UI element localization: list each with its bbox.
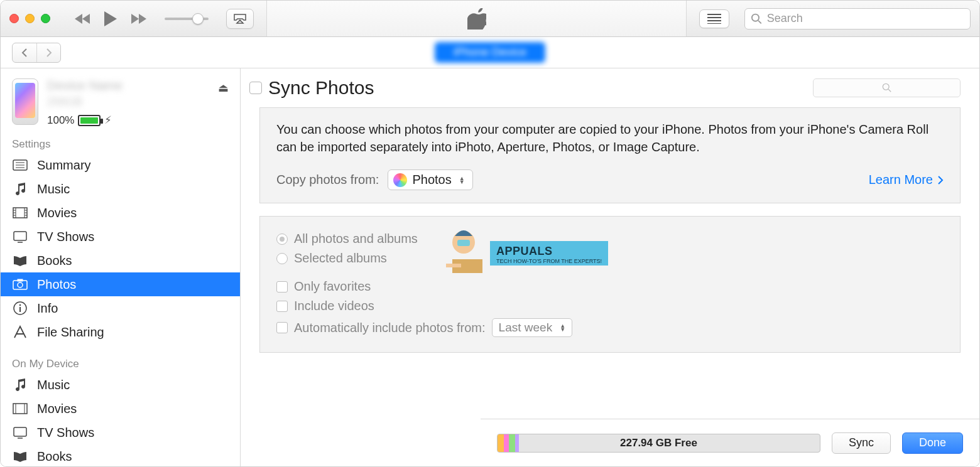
options-panel: All photos and albums Selected albums On… [259,216,961,353]
sidebar-item-movies[interactable]: Movies [1,201,240,225]
sidebar-item-label: Books [37,449,72,464]
copy-from-label: Copy photos from: [276,173,379,187]
info-panel: You can choose which photos from your co… [259,107,961,203]
eject-icon[interactable]: ⏏ [218,81,229,95]
sidebar-item-label: Music [37,378,70,392]
movies-icon [12,401,28,416]
panel-search-field[interactable] [813,78,961,97]
copy-source-select[interactable]: Photos ▲▼ [388,169,472,190]
svg-point-18 [18,282,23,287]
svg-rect-19 [18,279,23,281]
svg-rect-26 [14,427,26,436]
apps-icon [12,325,28,340]
nav-forward-button[interactable] [36,43,60,62]
volume-slider[interactable] [165,18,209,20]
photos-icon [12,277,28,292]
play-icon[interactable] [103,11,118,27]
done-button[interactable]: Done [902,432,963,454]
zoom-window-button[interactable] [41,14,50,23]
sidebar-heading-settings: Settings [1,133,240,153]
list-icon [707,14,721,24]
sidebar-item-summary[interactable]: Summary [1,153,240,177]
svg-line-1 [758,20,761,23]
device-capacity: 256GB [47,95,209,109]
ondevice-item-books[interactable]: Books [1,444,240,466]
learn-more-link[interactable]: Learn More [869,173,944,187]
sync-button[interactable]: Sync [832,432,891,454]
svg-rect-23 [13,404,27,414]
option-label: Only favorites [294,279,371,294]
nav-strip: iPhone Device [1,37,979,68]
copy-source-value: Photos [412,173,451,187]
svg-line-29 [888,89,891,92]
search-icon [882,83,892,93]
search-field[interactable] [744,8,971,30]
option-all-photos[interactable]: All photos and albums [276,229,944,249]
sync-title-row: Sync Photos [244,77,374,99]
option-label: Automatically include photos from: [294,321,486,335]
photos-app-icon [393,173,407,187]
option-include-videos[interactable]: Include videos [276,296,944,316]
option-selected-albums[interactable]: Selected albums [276,249,944,268]
sidebar-item-tvshows[interactable]: TV Shows [1,225,240,249]
battery-row: 100% ⚡︎ [47,114,209,127]
nav-back-button[interactable] [13,43,36,62]
minimize-window-button[interactable] [25,14,35,23]
copy-from-row: Copy photos from: Photos ▲▼ Learn More [276,169,944,190]
sidebar-item-music[interactable]: Music [1,177,240,201]
close-window-button[interactable] [9,14,19,23]
list-view-button[interactable] [699,9,729,28]
sidebar-heading-ondevice: On My Device [1,353,240,373]
option-only-favorites[interactable]: Only favorites [276,277,944,296]
radio-selected[interactable] [276,253,288,264]
checkbox-auto[interactable] [276,322,288,333]
device-name: Device Name [47,78,209,93]
footer-bar: 227.94 GB Free Sync Done [481,419,979,466]
sync-photos-checkbox[interactable] [249,82,262,94]
updown-icon: ▲▼ [459,176,465,184]
updown-icon: ▲▼ [560,324,565,331]
tv-icon [12,229,28,244]
sidebar-item-label: Music [37,182,70,196]
movies-icon [12,205,28,220]
search-input[interactable] [767,12,964,25]
nav-buttons [12,43,61,63]
fast-forward-icon[interactable] [129,13,147,24]
sidebar: Device Name 256GB 100% ⚡︎ ⏏ Settings Sum… [1,68,241,466]
sidebar-item-label: Movies [37,402,77,416]
music-icon [12,181,28,196]
battery-icon [78,115,101,126]
radio-all[interactable] [276,234,288,245]
music-icon [12,377,28,392]
airplay-button[interactable] [226,9,254,29]
sidebar-item-label: File Sharing [37,325,104,340]
learn-more-label: Learn More [869,173,933,187]
charging-icon: ⚡︎ [104,114,112,127]
sidebar-item-label: Summary [37,158,91,173]
auto-range-select[interactable]: Last week ▲▼ [492,318,572,337]
ondevice-item-movies[interactable]: Movies [1,397,240,421]
option-label: Include videos [294,299,374,313]
capacity-segments [498,434,519,452]
sidebar-item-info[interactable]: Info [1,296,240,320]
svg-point-0 [752,14,759,21]
volume-control[interactable] [165,18,209,20]
main-panel: Sync Photos You can choose which photos … [241,68,979,466]
playback-controls [74,11,147,27]
device-thumbnail [12,78,38,125]
checkbox-favorites[interactable] [276,281,288,293]
sidebar-item-photos[interactable]: Photos [1,272,240,296]
option-auto-include[interactable]: Automatically include photos from: Last … [276,316,944,340]
sidebar-item-books[interactable]: Books [1,249,240,272]
device-tab-pill[interactable]: iPhone Device [435,42,545,63]
ondevice-item-tvshows[interactable]: TV Shows [1,421,240,444]
rewind-icon[interactable] [74,13,92,24]
checkbox-videos[interactable] [276,301,288,312]
battery-percent: 100% [47,114,74,127]
traffic-lights [9,14,50,23]
sidebar-item-filesharing[interactable]: File Sharing [1,320,240,344]
ondevice-item-music[interactable]: Music [1,373,240,397]
sidebar-item-label: Books [37,254,72,268]
volume-thumb[interactable] [192,13,204,24]
svg-rect-22 [19,307,21,312]
